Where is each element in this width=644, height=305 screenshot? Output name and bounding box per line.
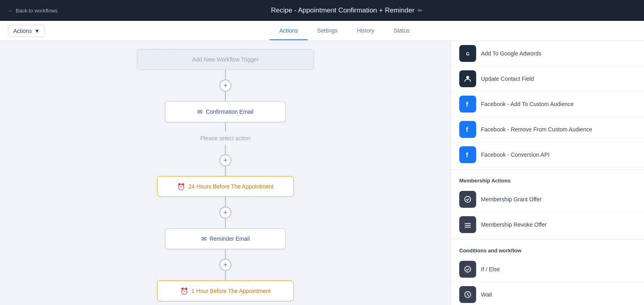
add-node-button-3[interactable]: + — [219, 207, 231, 219]
select-action-placeholder: Please select action — [200, 132, 251, 145]
tab-actions[interactable]: Actions — [270, 22, 308, 40]
reminder-email-node[interactable]: ✉ Reminder Email — [165, 228, 286, 249]
page-title-area: Recipe - Appointment Confirmation + Remi… — [58, 6, 636, 14]
membership-revoke-label: Membership Revoke Offer — [481, 221, 547, 228]
right-panel: G Add To Google Adwords Update Contact F… — [451, 41, 644, 305]
confirmation-email-node[interactable]: ✉ Confirmation Email — [165, 101, 286, 122]
facebook-add-label: Facebook - Add To Custom Audience — [481, 101, 574, 107]
panel-item-wait[interactable]: Wait — [451, 282, 644, 305]
timer-node-24h[interactable]: ⏰ 24 Hours Before The Appointment — [157, 176, 294, 197]
timer-icon-1: ⏰ — [177, 183, 185, 190]
top-navigation: ← Back to workflows Recipe - Appointment… — [0, 0, 644, 21]
if-else-icon — [459, 261, 476, 278]
add-icon-4: + — [223, 261, 228, 269]
facebook-remove-label: Facebook - Remove From Custom Audience — [481, 126, 592, 133]
sub-navigation: Actions ▼ Actions Settings History Statu… — [0, 21, 644, 41]
add-icon-3: + — [223, 209, 228, 217]
google-adwords-icon: G — [459, 45, 476, 62]
panel-item-facebook-conversion[interactable]: f Facebook - Conversion API — [451, 142, 644, 168]
svg-text:f: f — [466, 100, 468, 108]
membership-revoke-icon — [459, 216, 476, 233]
update-contact-icon — [459, 70, 476, 87]
wait-icon — [459, 286, 476, 303]
add-icon-1: + — [223, 82, 228, 90]
membership-grant-icon — [459, 191, 476, 208]
membership-grant-label: Membership Grant Offer — [481, 196, 542, 203]
svg-text:G: G — [466, 51, 470, 56]
panel-item-update-contact[interactable]: Update Contact Field — [451, 66, 644, 92]
connector-line-8 — [225, 249, 226, 259]
actions-dropdown-button[interactable]: Actions ▼ — [8, 25, 45, 37]
edit-title-button[interactable]: ✏ — [418, 7, 423, 14]
divider-2 — [451, 239, 644, 239]
actions-label: Actions — [13, 28, 32, 34]
connector-line-7 — [225, 219, 226, 228]
wait-label: Wait — [481, 291, 492, 298]
add-node-button-4[interactable]: + — [219, 259, 231, 271]
reminder-email-label: Reminder Email — [210, 235, 250, 242]
facebook-conversion-label: Facebook - Conversion API — [481, 151, 549, 158]
timer-icon-2: ⏰ — [180, 287, 188, 295]
tab-bar: Actions Settings History Status — [53, 22, 636, 40]
connector-line-4 — [225, 145, 226, 154]
panel-item-google-adwords[interactable]: G Add To Google Adwords — [451, 41, 644, 66]
page-title: Recipe - Appointment Confirmation + Remi… — [271, 6, 415, 14]
panel-item-membership-grant[interactable]: Membership Grant Offer — [451, 187, 644, 212]
svg-line-13 — [468, 295, 469, 296]
workflow-canvas: Add New Workflow Trigger + ✉ Confirmatio… — [0, 41, 451, 305]
add-icon-2: + — [223, 156, 228, 165]
timer-node-1h[interactable]: ⏰ 1 Hour Before The Appointment — [157, 280, 294, 301]
back-arrow-icon: ← — [8, 8, 13, 14]
back-link-label: Back to workflows — [16, 8, 58, 14]
svg-rect-9 — [465, 227, 471, 228]
svg-point-10 — [465, 266, 471, 272]
update-contact-label: Update Contact Field — [481, 76, 534, 82]
email-icon-2: ✉ — [201, 235, 206, 243]
connector-line-2 — [225, 92, 226, 101]
workflow-container: Add New Workflow Trigger + ✉ Confirmatio… — [0, 49, 451, 301]
add-node-button-1[interactable]: + — [219, 80, 231, 92]
conditions-section-header: Conditions and workflow — [451, 241, 644, 257]
trigger-placeholder-text: Add New Workflow Trigger — [192, 56, 258, 63]
svg-point-2 — [466, 76, 469, 79]
panel-item-membership-revoke[interactable]: Membership Revoke Offer — [451, 212, 644, 237]
tab-settings[interactable]: Settings — [308, 22, 347, 40]
facebook-add-icon: f — [459, 96, 476, 113]
facebook-conversion-icon: f — [459, 146, 476, 163]
chevron-down-icon: ▼ — [34, 28, 40, 34]
connector-line-3 — [225, 122, 226, 132]
back-to-workflows-link[interactable]: ← Back to workflows — [8, 8, 58, 14]
svg-text:f: f — [466, 126, 468, 133]
timer-24h-label: 24 Hours Before The Appointment — [188, 183, 273, 190]
svg-rect-7 — [465, 223, 471, 224]
panel-item-facebook-add[interactable]: f Facebook - Add To Custom Audience — [451, 92, 644, 117]
confirmation-email-label: Confirmation Email — [206, 108, 253, 115]
svg-point-6 — [465, 197, 471, 203]
timer-1h-label: 1 Hour Before The Appointment — [192, 288, 271, 294]
svg-rect-8 — [465, 225, 471, 226]
tab-status[interactable]: Status — [384, 22, 419, 40]
add-node-button-2[interactable]: + — [219, 154, 231, 166]
add-trigger-box[interactable]: Add New Workflow Trigger — [137, 49, 314, 70]
main-area: Add New Workflow Trigger + ✉ Confirmatio… — [0, 41, 644, 305]
facebook-remove-icon: f — [459, 121, 476, 138]
divider-1 — [451, 169, 644, 170]
panel-item-if-else[interactable]: If / Else — [451, 257, 644, 282]
membership-section-header: Membership Actions — [451, 171, 644, 187]
tab-history[interactable]: History — [347, 22, 384, 40]
connector-line-9 — [225, 271, 226, 280]
panel-item-facebook-remove[interactable]: f Facebook - Remove From Custom Audience — [451, 117, 644, 142]
google-adwords-label: Add To Google Adwords — [481, 50, 541, 57]
connector-line-5 — [225, 166, 226, 176]
connector-line-6 — [225, 197, 226, 207]
if-else-label: If / Else — [481, 266, 500, 272]
connector-line-1 — [225, 70, 226, 80]
email-icon-1: ✉ — [197, 108, 202, 116]
svg-text:f: f — [466, 151, 468, 158]
